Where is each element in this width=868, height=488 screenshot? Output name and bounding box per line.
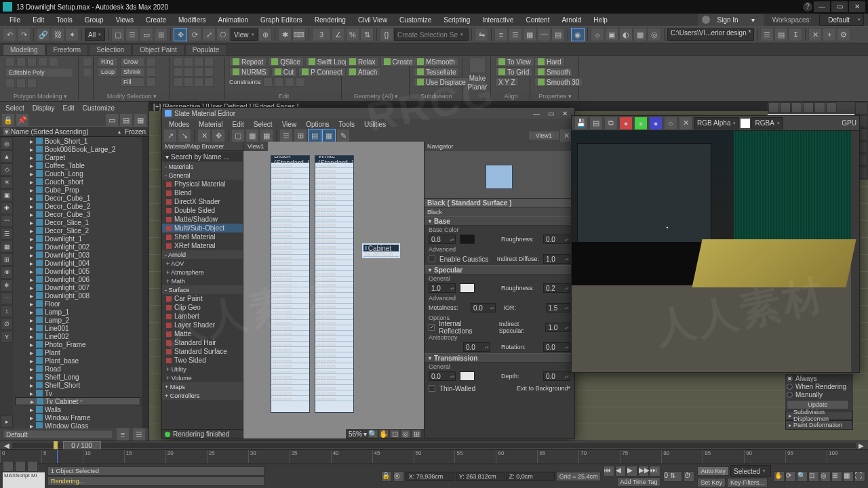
xyz-button[interactable]: X Y Z	[495, 77, 519, 87]
cut-button[interactable]: Cut	[271, 67, 298, 77]
render-chan-a[interactable]: ○	[664, 117, 677, 130]
filter-2[interactable]: ▤	[119, 113, 133, 127]
slate-move-button[interactable]: ✥	[212, 129, 225, 142]
keyfilters-button[interactable]: Key Filters...	[727, 478, 768, 487]
select-name-button[interactable]: ☰	[125, 28, 139, 41]
scene-find-input[interactable]	[3, 430, 113, 439]
prev-frame[interactable]: ◀	[615, 466, 626, 476]
zoom-sel[interactable]: ◎	[401, 430, 410, 438]
mat-doublesided[interactable]: Double Sided	[162, 206, 243, 215]
zoom-all[interactable]: ⊞	[412, 430, 421, 438]
scene-item[interactable]: ▸Lamp_2	[15, 316, 140, 324]
vp-nav-7[interactable]: ▦	[843, 471, 854, 482]
vt-1[interactable]	[855, 102, 867, 115]
constr-2[interactable]	[274, 77, 283, 87]
set-project-button[interactable]: ▤	[774, 28, 788, 41]
selection-filter[interactable]: All	[85, 28, 105, 41]
angle-snap-button[interactable]: ∠	[332, 28, 345, 41]
render-mode-select[interactable]: RGBA	[751, 117, 783, 129]
scene-item[interactable]: ▸Window Frame	[15, 413, 140, 422]
material-node-tvcabinet[interactable]: Tv Cabinet Model/Mtl Multi/Sub	[362, 243, 400, 258]
spinner-snap-button[interactable]: ⇅	[360, 28, 374, 41]
scene-customize[interactable]: Customize	[83, 104, 115, 112]
mat-xref[interactable]: XRef Material	[162, 241, 243, 250]
edit-6[interactable]	[184, 67, 193, 77]
mat-physical[interactable]: Physical Material	[162, 180, 243, 188]
layer-explorer-button[interactable]: ☰	[509, 28, 522, 41]
scene-item[interactable]: ▸Couch_short	[15, 178, 140, 186]
spec-rough-spinner[interactable]: 0.2	[543, 283, 570, 293]
vp-nav-5[interactable]: ◎	[820, 471, 831, 482]
indspec-spinner[interactable]: 1.0	[545, 323, 570, 332]
base-color-swatch[interactable]	[460, 235, 475, 244]
modsel-3[interactable]	[146, 77, 156, 87]
preview2-button[interactable]	[83, 68, 92, 77]
arnold-atmo[interactable]: + Atmosphere	[162, 268, 243, 277]
nav-preview[interactable]	[425, 151, 574, 199]
link-button[interactable]: 🔗	[37, 28, 50, 41]
surf-lambert[interactable]: Lambert	[162, 312, 243, 321]
filter-geom[interactable]: ▲	[1, 150, 13, 163]
surf-matte[interactable]: Matte	[162, 329, 243, 338]
status-mini-2[interactable]	[15, 461, 26, 472]
cat-surface[interactable]: - Surface	[162, 285, 243, 294]
scene-item[interactable]: ▸Downlight_1	[15, 235, 140, 243]
play-button[interactable]: ▶	[627, 466, 637, 476]
vp-nav-2[interactable]: ⟳	[785, 471, 796, 482]
toggle-ribbon-button[interactable]: ▦	[523, 28, 536, 41]
menu-rendering[interactable]: Rendering	[309, 15, 351, 25]
scene-item[interactable]: ▸Walls	[15, 405, 140, 413]
render-iter-button[interactable]: ▩	[633, 28, 647, 41]
filter-space[interactable]: 〰	[1, 215, 13, 227]
panel-polymodeling[interactable]: Polygon Modeling ▾	[5, 92, 75, 100]
refcoord-select[interactable]: View	[231, 28, 258, 41]
menu-arnold[interactable]: Arnold	[556, 15, 587, 25]
edit-5[interactable]	[174, 67, 183, 77]
scene-item[interactable]: ▸Downlight_005	[15, 267, 140, 275]
vp-nav-1[interactable]: ✋	[774, 471, 785, 482]
inddiff-spinner[interactable]: 1.0	[543, 254, 570, 264]
slate-layout-5[interactable]: ✎	[336, 129, 350, 142]
filter-all[interactable]: ◎	[1, 138, 13, 150]
menu-customize[interactable]: Customize	[394, 15, 437, 25]
cat-controllers[interactable]: + Controllers	[162, 391, 243, 400]
modify-tab[interactable]	[780, 102, 791, 113]
menu-modifiers[interactable]: Modifiers	[173, 15, 212, 25]
update-always-radio[interactable]	[787, 375, 793, 382]
slate-menu-material[interactable]: Material	[195, 120, 227, 129]
render-save[interactable]: 💾	[574, 117, 588, 130]
spec-weight-spinner[interactable]: 1.0	[429, 283, 456, 293]
pconnect-button[interactable]: P Connect	[298, 67, 346, 77]
scene-item[interactable]: ▸Lamp_1	[15, 308, 140, 316]
spec-color-swatch[interactable]	[460, 283, 475, 293]
param-slot[interactable]: Black	[425, 208, 574, 216]
grow-button[interactable]: Grow	[120, 57, 144, 66]
tab-modeling[interactable]: Modeling	[3, 44, 45, 55]
constr-3[interactable]	[285, 77, 294, 87]
scene-item[interactable]: ▸Downlight_008	[15, 291, 140, 300]
manip-button[interactable]: ✱	[278, 28, 292, 41]
menu-edit[interactable]: Edit	[27, 15, 50, 25]
slate-pick-button[interactable]: ↗	[163, 129, 177, 142]
slate-view-1[interactable]: ▢	[231, 129, 245, 142]
filter-frozen[interactable]: ❄	[1, 279, 13, 291]
tessellate-button[interactable]: Tessellate	[414, 67, 459, 77]
scene-item[interactable]: ▸Downlight_003	[15, 251, 140, 259]
menu-scripting[interactable]: Scripting	[438, 15, 475, 25]
scene-scrollbar[interactable]	[142, 137, 149, 428]
preview-button[interactable]	[83, 57, 92, 66]
render-image[interactable]	[572, 131, 851, 372]
cat-specular[interactable]: Specular	[425, 265, 574, 274]
make-planar-button[interactable]: MakePlanar	[467, 57, 488, 91]
slate-layout-2[interactable]: ⊞	[294, 129, 307, 142]
loop-button[interactable]: Loop	[98, 67, 118, 77]
material-editor-button[interactable]: ◉	[571, 28, 585, 41]
time-scrub-handle[interactable]	[54, 441, 58, 449]
hard-button[interactable]: Hard	[534, 57, 565, 66]
panel-geom[interactable]: Geometry (All) ▾	[346, 92, 406, 100]
render-chan-r[interactable]: ●	[619, 117, 633, 130]
menu-help[interactable]: Help	[588, 15, 613, 25]
time-handle[interactable]: 0 / 100	[63, 441, 101, 449]
edit-1[interactable]	[174, 57, 183, 66]
filter-cameras[interactable]: ▣	[1, 189, 13, 201]
